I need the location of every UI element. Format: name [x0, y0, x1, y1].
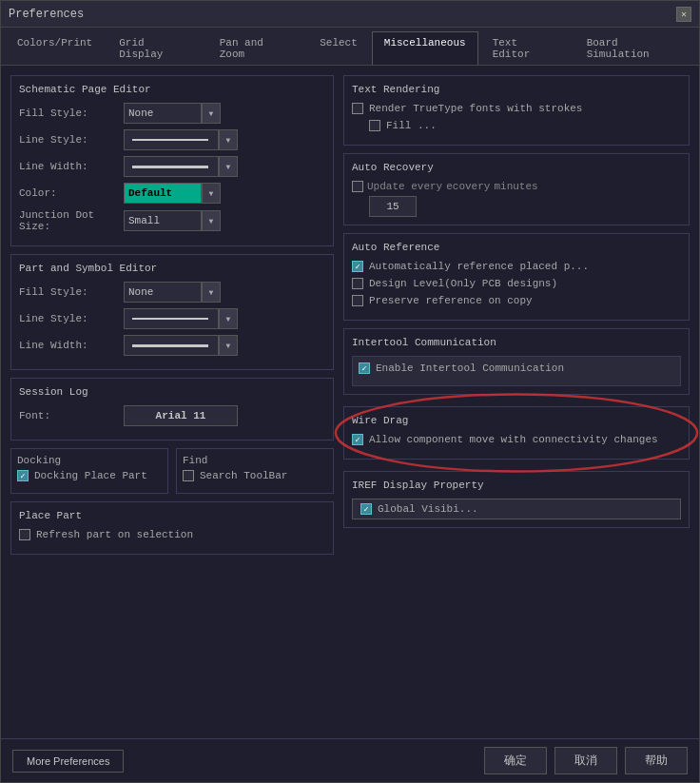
line-width-arrow[interactable]: ▼: [219, 156, 238, 177]
fill-checkbox-row: Fill ...: [352, 120, 681, 131]
intertool-checkbox[interactable]: [359, 362, 370, 374]
find-section: Find Search ToolBar: [176, 448, 334, 494]
recovery-value[interactable]: 15: [369, 196, 417, 217]
render-checkbox-row: Render TrueType fonts with strokes: [352, 103, 681, 114]
schematic-title: Schematic Page Editor: [19, 84, 325, 95]
fill-label: Fill ...: [386, 120, 437, 131]
ps-line-style-row: Line Style: ▼: [19, 308, 325, 329]
recovery-update-label: Update every: [367, 181, 442, 192]
auto-ref-row: Automatically reference placed p...: [352, 261, 681, 272]
tab-pan-zoom[interactable]: Pan and Zoom: [207, 31, 305, 65]
color-arrow[interactable]: ▼: [202, 183, 221, 204]
text-rendering-title: Text Rendering: [352, 84, 681, 95]
docking-checkbox[interactable]: [17, 470, 29, 481]
line-width-label: Line Width:: [19, 161, 124, 172]
place-part-checkbox[interactable]: [19, 529, 30, 540]
iref-checkbox[interactable]: [360, 503, 372, 515]
text-rendering-section: Text Rendering Render TrueType fonts wit…: [343, 75, 690, 146]
line-width-line: [132, 166, 208, 168]
ps-line-width-preview[interactable]: [124, 335, 219, 356]
intertool-content: Enable Intertool Communication: [352, 356, 681, 386]
line-style-arrow[interactable]: ▼: [219, 129, 238, 150]
tab-select[interactable]: Select: [307, 31, 370, 65]
font-row: Font: Arial 11: [19, 405, 325, 426]
junction-row: Junction Dot Size: Small ▼: [19, 209, 325, 232]
find-checkbox[interactable]: [183, 470, 194, 481]
color-value[interactable]: Default: [124, 183, 202, 204]
recovery-checkbox[interactable]: [352, 181, 363, 192]
color-row: Color: Default ▼: [19, 183, 325, 204]
line-style-label: Line Style:: [19, 134, 124, 146]
font-label: Font:: [19, 410, 124, 421]
design-level-checkbox[interactable]: [352, 278, 363, 289]
ps-fill-style-value[interactable]: None: [124, 282, 202, 303]
tab-colors-print[interactable]: Colors/Print: [5, 31, 105, 65]
docking-checkbox-row: Docking Place Part: [17, 470, 162, 481]
left-panel: Schematic Page Editor Fill Style: None ▼…: [10, 75, 334, 729]
cancel-button[interactable]: 取消: [554, 747, 617, 774]
session-log-title: Session Log: [19, 386, 325, 398]
intertool-section: Intertool Communication Enable Intertool…: [343, 328, 690, 395]
docking-section: Docking Docking Place Part: [10, 448, 168, 494]
render-checkbox[interactable]: [352, 103, 363, 114]
line-style-select-wrap: ▼: [124, 129, 238, 150]
ok-button[interactable]: 确定: [484, 747, 547, 774]
preserve-checkbox[interactable]: [352, 295, 363, 306]
auto-ref-checkbox[interactable]: [352, 261, 363, 272]
tab-text-editor[interactable]: Text Editor: [480, 31, 573, 65]
ps-line-style-label: Line Style:: [19, 313, 124, 324]
ps-line-width-line: [132, 344, 208, 347]
fill-style-value[interactable]: None: [124, 103, 202, 124]
design-level-row: Design Level(Only PCB designs): [352, 278, 681, 289]
part-symbol-section: Part and Symbol Editor Fill Style: None …: [10, 254, 334, 370]
session-log-section: Session Log Font: Arial 11: [10, 378, 334, 440]
line-width-preview[interactable]: [124, 156, 219, 177]
part-symbol-title: Part and Symbol Editor: [19, 263, 325, 274]
fill-style-arrow[interactable]: ▼: [202, 103, 221, 124]
tab-miscellaneous[interactable]: Miscellaneous: [372, 31, 478, 65]
auto-ref-label: Automatically reference placed p...: [369, 261, 589, 272]
ps-line-style-wrap: ▼: [124, 308, 238, 329]
junction-value[interactable]: Small: [124, 210, 202, 231]
tab-grid-display[interactable]: Grid Display: [107, 31, 204, 65]
line-width-row: Line Width: ▼: [19, 156, 325, 177]
fill-checkbox[interactable]: [369, 120, 380, 131]
fill-style-row: Fill Style: None ▼: [19, 103, 325, 124]
junction-select-wrap: Small ▼: [124, 210, 221, 231]
preserve-label: Preserve reference on copy: [369, 295, 533, 306]
junction-arrow[interactable]: ▼: [202, 210, 221, 231]
line-style-row: Line Style: ▼: [19, 129, 325, 150]
preferences-window: Preferences ✕ Colors/Print Grid Display …: [0, 0, 700, 783]
ps-line-style-line: [132, 318, 208, 320]
fill-style-label: Fill Style:: [19, 108, 124, 119]
find-checkbox-row: Search ToolBar: [183, 470, 327, 481]
recovery-label: ecovery: [446, 181, 490, 192]
wire-drag-label: Allow component move with connectivity c…: [369, 434, 658, 445]
tab-board-simulation[interactable]: Board Simulation: [574, 31, 697, 65]
color-label: Color:: [19, 187, 124, 199]
help-button[interactable]: 帮助: [625, 747, 688, 774]
ps-line-style-preview[interactable]: [124, 308, 219, 329]
intertool-checkbox-row: Enable Intertool Communication: [359, 362, 674, 374]
iref-section: IREF Display Property Global Visibi...: [343, 471, 690, 528]
more-preferences-button[interactable]: More Preferences: [12, 750, 124, 773]
place-part-label: Refresh part on selection: [36, 529, 193, 540]
junction-label: Junction Dot Size:: [19, 209, 124, 232]
ps-line-width-arrow[interactable]: ▼: [219, 335, 238, 356]
ps-line-style-arrow[interactable]: ▼: [219, 308, 238, 329]
iref-global-label: Global Visibi...: [378, 503, 478, 515]
wire-drag-checkbox[interactable]: [352, 434, 363, 445]
place-part-checkbox-row: Refresh part on selection: [19, 529, 325, 540]
close-button[interactable]: ✕: [676, 7, 691, 22]
right-panel: Text Rendering Render TrueType fonts wit…: [343, 75, 690, 729]
auto-reference-section: Auto Reference Automatically reference p…: [343, 233, 690, 321]
ps-fill-arrow[interactable]: ▼: [202, 282, 221, 303]
font-value[interactable]: Arial 11: [124, 405, 238, 426]
ps-fill-style-wrap: None ▼: [124, 282, 221, 303]
window-title: Preferences: [9, 8, 84, 21]
intertool-label: Enable Intertool Communication: [376, 362, 564, 374]
design-level-label: Design Level(Only PCB designs): [369, 278, 557, 289]
line-width-select-wrap: ▼: [124, 156, 238, 177]
line-style-preview[interactable]: [124, 129, 219, 150]
ps-fill-style-label: Fill Style:: [19, 286, 124, 298]
